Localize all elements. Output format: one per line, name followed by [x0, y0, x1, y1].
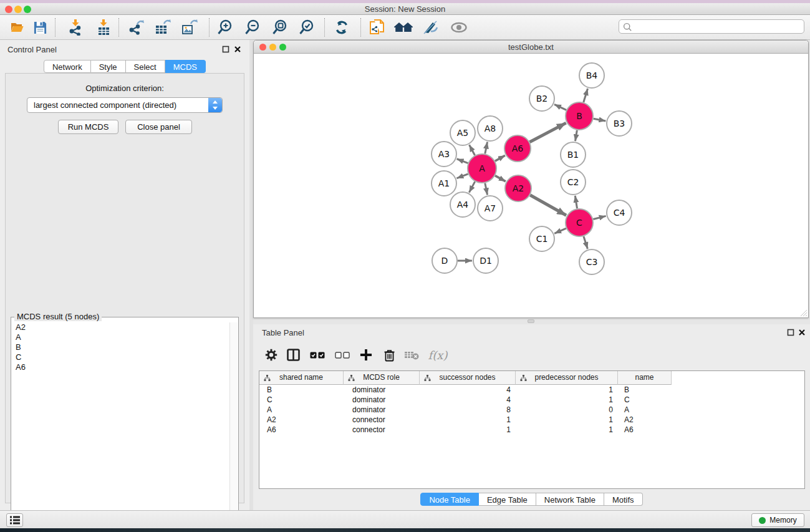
result-item[interactable]: A — [12, 332, 230, 342]
cell-successor-nodes[interactable]: 1 — [420, 425, 516, 435]
cell-predecessor-nodes[interactable]: 1 — [516, 415, 618, 425]
edge-A-A3[interactable] — [457, 159, 468, 163]
cell-name[interactable]: C — [618, 395, 672, 405]
node-D1[interactable]: D1 — [473, 248, 498, 273]
tab-node-table[interactable]: Node Table — [420, 493, 479, 506]
table-row[interactable]: Bdominator41B — [259, 385, 804, 395]
cell-predecessor-nodes[interactable]: 0 — [516, 405, 618, 415]
node-C3[interactable]: C3 — [579, 249, 604, 274]
column-header-shared-name[interactable]: shared name — [259, 371, 344, 385]
refresh-button[interactable] — [331, 17, 352, 38]
delete-table-button-disabled[interactable] — [401, 344, 422, 365]
criterion-dropdown[interactable]: largest connected component (directed) — [27, 97, 223, 113]
tab-select[interactable]: Select — [126, 60, 165, 73]
tab-edge-table[interactable]: Edge Table — [479, 493, 536, 506]
node-C4[interactable]: C4 — [607, 200, 632, 225]
export-image-button[interactable] — [179, 17, 200, 38]
edge-C-C3[interactable] — [584, 236, 587, 249]
float-window-icon[interactable] — [787, 329, 794, 336]
tab-mcds[interactable]: MCDS — [165, 60, 206, 73]
cell-MCDS-role[interactable]: dominator — [344, 395, 420, 405]
node-D[interactable]: D — [432, 248, 457, 273]
hide-graphics-button[interactable] — [420, 17, 441, 38]
cell-successor-nodes[interactable]: 1 — [420, 415, 516, 425]
edge-A6-B[interactable] — [529, 123, 566, 142]
edge-C-C2[interactable] — [575, 196, 577, 209]
cell-successor-nodes[interactable]: 8 — [420, 405, 516, 415]
task-history-button[interactable] — [6, 513, 23, 527]
node-A1[interactable]: A1 — [432, 171, 456, 196]
zoom-out-button[interactable] — [242, 17, 263, 38]
cell-name[interactable]: B — [618, 385, 672, 395]
memory-button[interactable]: Memory — [751, 513, 804, 527]
import-table-button[interactable] — [93, 17, 114, 38]
cell-successor-nodes[interactable]: 4 — [420, 385, 516, 395]
export-table-button[interactable] — [152, 17, 173, 38]
table-row[interactable]: Cdominator41C — [259, 395, 804, 405]
tab-network[interactable]: Network — [44, 60, 91, 73]
edge-A-A7[interactable] — [485, 183, 488, 195]
export-network-button[interactable] — [125, 17, 147, 38]
cell-MCDS-role[interactable]: dominator — [344, 385, 420, 395]
cell-predecessor-nodes[interactable]: 1 — [516, 425, 618, 435]
close-panel-button[interactable]: Close panel — [125, 120, 192, 134]
result-item[interactable]: A2 — [12, 322, 230, 332]
zoom-in-button[interactable] — [215, 17, 236, 38]
node-B4[interactable]: B4 — [579, 63, 604, 88]
edge-C-C4[interactable] — [593, 216, 605, 219]
cell-predecessor-nodes[interactable]: 1 — [516, 395, 618, 405]
edge-A-A1[interactable] — [456, 174, 468, 178]
column-header-name[interactable]: name — [618, 371, 672, 385]
result-item[interactable]: A6 — [12, 362, 230, 372]
edge-B-B4[interactable] — [584, 89, 588, 102]
node-B2[interactable]: B2 — [529, 86, 554, 111]
result-item[interactable]: B — [12, 342, 230, 352]
open-folder-button[interactable] — [7, 17, 28, 38]
cell-shared-name[interactable]: A — [259, 405, 344, 415]
node-B1[interactable]: B1 — [561, 142, 586, 167]
cell-MCDS-role[interactable]: connector — [344, 415, 420, 425]
edge-A-A6[interactable] — [495, 155, 505, 161]
cell-name[interactable]: A6 — [618, 425, 672, 435]
save-button[interactable] — [29, 17, 51, 38]
node-A4[interactable]: A4 — [450, 192, 475, 217]
node-A6[interactable]: A6 — [504, 135, 531, 162]
clone-session-button[interactable] — [367, 17, 388, 38]
cell-shared-name[interactable]: C — [259, 395, 344, 405]
function-builder-button-disabled[interactable]: f(x) — [424, 344, 451, 365]
delete-column-button[interactable] — [378, 344, 400, 365]
table-row[interactable]: Adominator80A — [259, 405, 804, 415]
resize-grip-icon[interactable] — [800, 309, 808, 317]
cell-name[interactable]: A — [618, 405, 672, 415]
search-field[interactable] — [619, 19, 804, 34]
search-input[interactable] — [634, 21, 801, 32]
cell-MCDS-role[interactable]: connector — [344, 425, 420, 435]
cell-shared-name[interactable]: B — [259, 385, 344, 395]
add-column-button[interactable] — [355, 344, 377, 365]
edge-A-A4[interactable] — [469, 181, 475, 192]
show-graphics-button[interactable] — [448, 17, 470, 38]
cell-shared-name[interactable]: A6 — [259, 425, 344, 435]
column-header-predecessor-nodes[interactable]: predecessor nodes — [516, 371, 618, 385]
float-window-icon[interactable] — [222, 46, 229, 53]
mcds-result-list[interactable]: A2ABCA6 — [12, 322, 230, 530]
close-panel-icon[interactable] — [234, 46, 241, 53]
node-A8[interactable]: A8 — [478, 116, 503, 141]
close-panel-icon[interactable] — [798, 329, 806, 336]
node-A5[interactable]: A5 — [450, 120, 475, 145]
table-row[interactable]: A6connector11A6 — [259, 425, 804, 435]
horizontal-splitter-handle[interactable] — [528, 319, 534, 323]
table-settings-button[interactable] — [261, 344, 282, 365]
edge-B-B3[interactable] — [594, 118, 606, 121]
node-A7[interactable]: A7 — [478, 196, 503, 221]
show-column-button[interactable] — [282, 344, 304, 365]
node-B[interactable]: B — [566, 102, 593, 130]
node-A3[interactable]: A3 — [432, 142, 456, 167]
zoom-fit-button[interactable] — [269, 17, 291, 38]
tab-network-table[interactable]: Network Table — [536, 493, 604, 506]
tab-motifs[interactable]: Motifs — [604, 493, 643, 506]
run-mcds-button[interactable]: Run MCDS — [58, 120, 118, 134]
node-C[interactable]: C — [566, 209, 593, 236]
edge-A-A8[interactable] — [485, 142, 488, 154]
edge-B-B1[interactable] — [576, 130, 577, 142]
